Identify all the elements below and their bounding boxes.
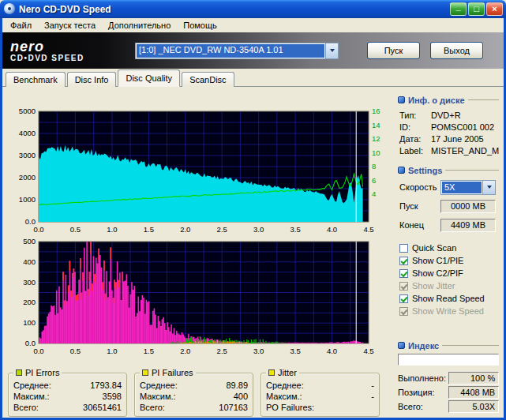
stat-label: Максим.: [13, 391, 50, 402]
menu-help[interactable]: Помощь [177, 20, 223, 31]
chevron-down-icon[interactable] [325, 43, 338, 58]
jitter-label: Jitter [278, 368, 297, 377]
show-c2-pif-checkbox[interactable]: Show C2/PIF [399, 267, 499, 279]
x-tick: 2.0 [180, 225, 190, 234]
show-read-speed-checkbox[interactable]: Show Read Speed [399, 292, 499, 305]
scan-start-field: 0000 MB [440, 200, 496, 213]
scan-start-row: Пуск 0000 MB [398, 197, 499, 215]
speed-select[interactable]: 5X [440, 180, 496, 195]
settings-icon [398, 167, 405, 174]
x-tick: 3.0 [253, 347, 264, 355]
x-tick: 1.5 [144, 347, 154, 355]
scan-start-label: Пуск [399, 201, 440, 211]
tab-page: 500040003000200010000.0161412108640.00.5… [2, 87, 504, 418]
close-button[interactable]: × [486, 2, 503, 16]
drive-select[interactable]: [1:0] _NEC DVD_RW ND-3540A 1.01 [135, 43, 339, 59]
pi-failures-panel: PI Failures Среднее:89.89 Максим.:400 Вс… [134, 373, 253, 417]
stat-label: Максим.: [266, 391, 302, 402]
y-right-tick: 14 [372, 121, 380, 129]
x-tick: 2.5 [217, 225, 227, 234]
stat-label: Максим.: [140, 391, 176, 402]
checkbox-icon [399, 294, 408, 303]
jitter-color-swatch [268, 369, 275, 376]
tab-scandisc[interactable]: ScanDisc [182, 72, 234, 87]
pie-errors-chart: 500040003000200010000.0161412108640.00.5… [2, 107, 391, 239]
quick-scan-checkbox[interactable]: Quick Scan [399, 242, 499, 254]
scan-end-field: 4409 MB [440, 219, 496, 232]
titlebar-buttons: _ □ × [450, 2, 503, 16]
speed-select-value: 5X [442, 182, 482, 193]
menu-bar: Файл Запуск теста Дополнительно Помощь [2, 18, 504, 32]
stat-row: Среднее:- [266, 380, 374, 391]
menu-extra[interactable]: Дополнительно [102, 20, 177, 31]
y-right-tick: 16 [372, 107, 380, 115]
header-strip: nero CD•DVD SPEED [1:0] _NEC DVD_RW ND-3… [2, 32, 504, 69]
tab-disc-info[interactable]: Disc Info [67, 72, 117, 87]
x-tick: 2.5 [217, 347, 227, 355]
checkbox-label: Show C2/PIF [412, 268, 463, 278]
info-value: MISTER_AND_M [431, 145, 499, 157]
scan-end-row: Конец 4409 MB [398, 216, 499, 234]
stat-row: Всего:107163 [140, 402, 248, 413]
x-tick: 4.5 [363, 347, 373, 355]
chevron-down-icon[interactable] [482, 181, 495, 194]
tab-disc-quality[interactable]: Disc Quality [118, 69, 180, 87]
speed-row: Скорость 5X [398, 178, 499, 196]
stat-row: Максим.:3598 [13, 391, 122, 402]
x-tick: 3.0 [253, 225, 264, 234]
info-value: POMSC001 002 [431, 122, 494, 133]
y-right-tick: 8 [372, 162, 376, 171]
checkbox-icon [399, 257, 408, 265]
checkbox-icon [399, 282, 408, 291]
tab-benchmark[interactable]: Benchmark [6, 72, 66, 87]
disc-info-rows: Тип:DVD+R ID:POMSC001 002 Дата:17 June 2… [399, 110, 499, 157]
stat-value: 400 [234, 391, 248, 402]
minimize-button[interactable]: _ [450, 2, 467, 16]
x-tick: 1.0 [107, 225, 117, 234]
y-tick: 300 [23, 278, 36, 287]
disc-info-title: Инф. о диске [408, 96, 465, 105]
x-tick: 3.5 [290, 225, 301, 234]
pif-chart: 5004003002001000.00.00.51.01.52.02.53.03… [2, 239, 391, 359]
x-tick: 2.0 [180, 347, 190, 355]
titlebar[interactable]: Nero CD-DVD Speed _ □ × [0, 0, 506, 18]
stat-value: - [371, 391, 374, 402]
y-tick: 500 [23, 239, 36, 246]
divider [442, 345, 499, 346]
checkbox-icon [399, 244, 408, 253]
start-button[interactable]: Пуск [367, 42, 420, 59]
position-row: Позиция: 4408 MB [398, 385, 499, 399]
nero-logo: nero CD•DVD SPEED [2, 39, 135, 62]
pi-errors-panel: PI Errors Среднее:1793.84 Максим.:3598 В… [8, 373, 127, 417]
jitter-panel: Jitter Среднее:- Максим.:- PO Failures: [260, 373, 380, 417]
menu-run-test[interactable]: Запуск теста [38, 20, 102, 31]
info-label: Label: [399, 145, 431, 157]
app-icon [4, 3, 16, 15]
disc-info-header: Инф. о диске [398, 94, 499, 106]
pi-errors-color-swatch [16, 369, 22, 376]
maximize-button[interactable]: □ [468, 2, 485, 16]
position-label: Позиция: [398, 388, 435, 397]
stat-label: Среднее: [13, 380, 51, 391]
exit-button[interactable]: Выход [430, 42, 483, 59]
charts-column: 500040003000200010000.0161412108640.00.5… [2, 87, 391, 418]
checkbox-label: Quick Scan [412, 243, 456, 253]
show-c1-pie-checkbox[interactable]: Show C1/PIE [399, 254, 499, 267]
pi-failures-panel-title: PI Failures [140, 368, 196, 377]
stat-value: 107163 [219, 402, 248, 413]
x-tick: 0.5 [70, 225, 81, 234]
disc-info-icon [398, 96, 405, 103]
total-speed-value: 5.03X [448, 400, 499, 413]
index-section: Индекс Выполнено: 100 % Позиция: 4408 MB… [398, 339, 499, 414]
checkbox-list: Quick Scan Show C1/PIE Show C2/PIF Show … [398, 242, 499, 317]
stat-row: Максим.:400 [140, 391, 248, 402]
index-header: Индекс [398, 339, 499, 351]
speed-label: Скорость [399, 182, 440, 192]
pi-failures-color-swatch [142, 369, 148, 376]
checkbox-label: Show Read Speed [412, 294, 485, 303]
menu-file[interactable]: Файл [4, 20, 38, 31]
stat-row: PO Failures: [266, 402, 374, 413]
total-speed-row: Всего: 5.03X [398, 399, 499, 414]
x-tick: 3.5 [290, 347, 301, 355]
y-tick: 200 [23, 298, 36, 306]
